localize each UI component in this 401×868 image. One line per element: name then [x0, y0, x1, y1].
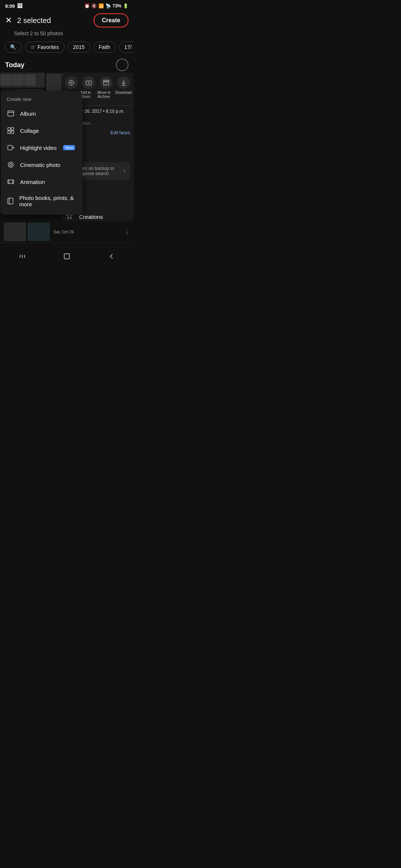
nav-back-button[interactable]	[14, 248, 30, 264]
nav-bar	[0, 243, 134, 271]
highlight-new-badge: New	[63, 145, 75, 150]
chip-2015[interactable]: 2015	[68, 42, 90, 53]
battery-percent: 73%	[113, 3, 121, 9]
section-circle	[116, 59, 128, 71]
photos-icon: 🖼	[17, 3, 22, 9]
download-icon	[117, 76, 130, 89]
create-dropdown: Create new Album Collage Highlight video…	[1, 91, 82, 215]
photobooks-label: Photo books, prints, & more	[19, 195, 76, 207]
header-left: ✕ 2 selected	[5, 16, 51, 25]
feature-photo-icon	[65, 76, 78, 89]
edit-faces-button[interactable]: Edit faces	[110, 130, 130, 135]
chip-favorites-label: Favorites	[38, 44, 59, 50]
star-icon: ☆	[30, 44, 35, 50]
download-label: Download	[115, 91, 131, 95]
bottom-strip: Sat, Oct 26 ⋮	[0, 221, 134, 243]
strip-photo-1	[4, 223, 26, 241]
create-dropdown-title: Create new	[1, 94, 82, 105]
dropdown-item-photobooks[interactable]: Photo books, prints, & more	[1, 190, 82, 212]
backup-text: Turn on backup to improve search	[78, 166, 124, 176]
status-right: ⏰ 🔇 📶 📡 73% 🔋	[84, 3, 128, 9]
highlight-icon	[7, 144, 15, 152]
action-download[interactable]: Download	[115, 76, 132, 104]
photobooks-icon	[7, 197, 14, 205]
animation-icon	[7, 178, 15, 186]
cinematic-icon	[7, 161, 15, 169]
highlight-label: Highlight video	[20, 145, 56, 151]
chip-17[interactable]: 17/	[119, 42, 134, 53]
album-icon	[7, 109, 15, 118]
svg-rect-0	[8, 111, 14, 116]
battery-icon: 🔋	[123, 3, 128, 9]
animation-label: Animation	[20, 179, 45, 185]
action-move-to-archive[interactable]: Move to Archive	[98, 76, 115, 104]
cinematic-label: Cinematic photo	[20, 162, 60, 168]
filter-row: 🔍 ☆ Favorites 2015 Faith 17/	[0, 39, 134, 56]
nav-back-arrow-button[interactable]	[103, 248, 120, 264]
create-button[interactable]: Create	[94, 13, 128, 27]
collage-label: Collage	[20, 128, 39, 134]
chip-favorites[interactable]: ☆ Favorites	[25, 42, 65, 53]
svg-marker-7	[13, 147, 14, 149]
album-label: Album	[20, 111, 36, 117]
close-button[interactable]: ✕	[5, 16, 12, 25]
svg-rect-6	[8, 145, 12, 150]
nav-home-button[interactable]	[59, 248, 75, 264]
action-add-to-album[interactable]: Add to album	[80, 76, 98, 104]
section-title: Today	[5, 61, 25, 69]
alarm-icon: ⏰	[84, 3, 90, 9]
chip-2015-label: 2015	[73, 44, 85, 50]
svg-rect-3	[11, 128, 14, 130]
creations-label: Creations	[79, 214, 103, 220]
svg-rect-42	[64, 254, 69, 259]
selected-count-label: 2 selected	[17, 16, 51, 25]
dropdown-item-album[interactable]: Album	[1, 105, 82, 122]
svg-point-8	[8, 162, 13, 167]
add-to-album-label: Add to album	[80, 91, 98, 99]
chip-17-label: 17/	[124, 44, 131, 50]
move-to-archive-icon	[100, 76, 113, 89]
strip-photo-2	[27, 223, 50, 241]
chip-faith[interactable]: Faith	[93, 42, 116, 53]
section-header: Today	[0, 56, 134, 73]
collage-icon	[7, 126, 15, 135]
dropdown-item-highlight[interactable]: Highlight video New	[1, 139, 82, 156]
dropdown-item-collage[interactable]: Collage	[1, 122, 82, 139]
header-subtitle: Select 2 to 50 photos	[0, 30, 134, 39]
chip-faith-label: Faith	[99, 44, 110, 50]
svg-rect-25	[104, 80, 109, 82]
svg-point-9	[10, 164, 12, 166]
chip-search[interactable]: 🔍	[4, 42, 22, 53]
signal-icon: 📡	[105, 3, 111, 9]
svg-rect-5	[11, 131, 14, 134]
wifi-icon: 📶	[98, 3, 104, 9]
strip-date: Sat, Oct 26	[51, 230, 123, 234]
svg-point-16	[71, 82, 72, 83]
status-left: 8:09 🖼	[5, 3, 22, 9]
search-icon: 🔍	[10, 44, 16, 50]
header: ✕ 2 selected Create	[0, 10, 134, 30]
mute-icon: 🔇	[91, 3, 97, 9]
svg-rect-2	[8, 128, 10, 130]
dropdown-item-animation[interactable]: Animation	[1, 173, 82, 190]
status-bar: 8:09 🖼 ⏰ 🔇 📶 📡 73% 🔋	[0, 0, 134, 10]
backup-chevron-icon: ›	[124, 168, 125, 174]
svg-rect-4	[8, 131, 10, 134]
dropdown-item-cinematic[interactable]: Cinematic photo	[1, 156, 82, 173]
strip-more-icon[interactable]: ⋮	[124, 228, 130, 236]
add-to-album-icon	[82, 76, 95, 89]
move-to-archive-label: Move to Archive	[98, 91, 115, 99]
svg-rect-13	[8, 198, 13, 204]
time-display: 8:09	[5, 3, 15, 9]
